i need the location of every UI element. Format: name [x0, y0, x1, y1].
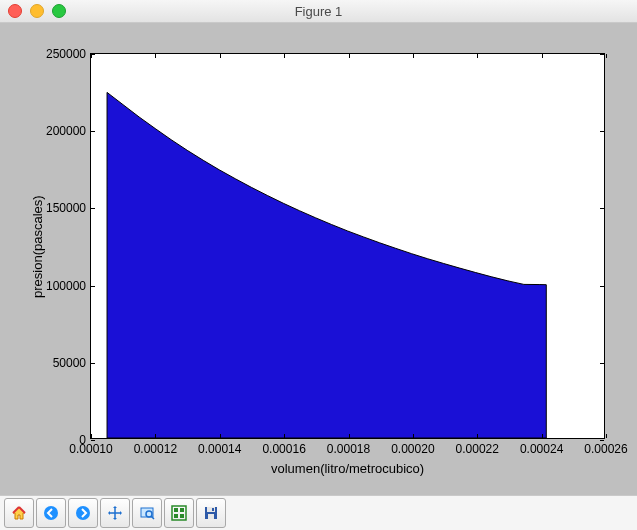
x-tick-label: 0.00024: [520, 438, 563, 456]
svg-rect-12: [212, 508, 214, 511]
svg-point-1: [76, 506, 90, 520]
svg-point-0: [44, 506, 58, 520]
save-button[interactable]: [196, 498, 226, 528]
area-chart: [91, 54, 604, 438]
x-axis-label: volumen(litro/metrocubico): [271, 461, 424, 476]
figure-canvas: 0500001000001500002000002500000.000100.0…: [0, 23, 637, 495]
home-button[interactable]: [4, 498, 34, 528]
window-title: Figure 1: [0, 4, 637, 19]
y-tick-label: 200000: [46, 124, 91, 138]
figure-window: Figure 1 0500001000001500002000002500000…: [0, 0, 637, 530]
move-icon: [107, 505, 123, 521]
x-tick-label: 0.00018: [327, 438, 370, 456]
subplots-icon: [171, 505, 187, 521]
titlebar: Figure 1: [0, 0, 637, 23]
close-icon[interactable]: [8, 4, 22, 18]
x-tick-label: 0.00012: [134, 438, 177, 456]
svg-rect-6: [180, 508, 184, 512]
svg-rect-11: [208, 514, 214, 519]
zoom-button[interactable]: [132, 498, 162, 528]
zoom-rect-icon: [139, 505, 155, 521]
x-tick-label: 0.00016: [262, 438, 305, 456]
x-tick-label: 0.00022: [456, 438, 499, 456]
svg-rect-7: [174, 514, 178, 518]
save-icon: [203, 505, 219, 521]
y-tick-label: 250000: [46, 47, 91, 61]
x-tick-label: 0.00014: [198, 438, 241, 456]
svg-rect-8: [180, 514, 184, 518]
y-tick-label: 100000: [46, 279, 91, 293]
arrow-right-icon: [75, 505, 91, 521]
back-button[interactable]: [36, 498, 66, 528]
zoom-icon[interactable]: [52, 4, 66, 18]
y-axis-label: presion(pascales): [30, 195, 45, 298]
pan-button[interactable]: [100, 498, 130, 528]
forward-button[interactable]: [68, 498, 98, 528]
x-tick-label: 0.00026: [584, 438, 627, 456]
x-tick-label: 0.00010: [69, 438, 112, 456]
arrow-left-icon: [43, 505, 59, 521]
subplots-button[interactable]: [164, 498, 194, 528]
svg-rect-5: [174, 508, 178, 512]
home-icon: [11, 505, 27, 521]
toolbar: [0, 495, 637, 530]
minimize-icon[interactable]: [30, 4, 44, 18]
window-controls: [8, 4, 66, 18]
x-tick-label: 0.00020: [391, 438, 434, 456]
y-tick-label: 150000: [46, 201, 91, 215]
y-tick-label: 50000: [53, 356, 91, 370]
plot-area[interactable]: 0500001000001500002000002500000.000100.0…: [90, 53, 605, 439]
